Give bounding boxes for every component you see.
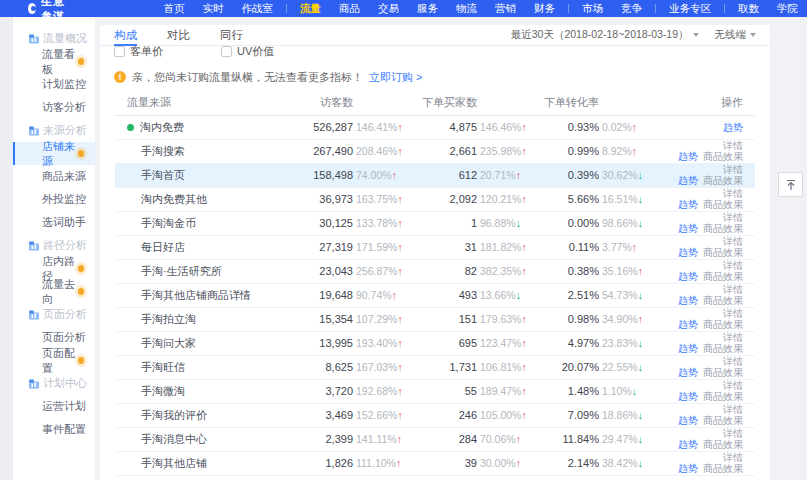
metric-change: 90.74%↑ — [353, 289, 415, 301]
nav-item-11[interactable]: 市场 — [573, 0, 612, 17]
action-趋势[interactable]: 趋势 — [678, 439, 698, 450]
nav-item-9[interactable]: 营销 — [486, 0, 525, 17]
row-actions: 详情趋势商品效果 — [661, 187, 755, 211]
nav-item-12[interactable]: 竞争 — [612, 0, 651, 17]
metric-value: 23,043 — [283, 265, 353, 277]
action-趋势[interactable]: 趋势 — [678, 151, 698, 162]
action-趋势[interactable]: 趋势 — [678, 271, 698, 282]
nav-item-2[interactable]: 实时 — [194, 0, 233, 17]
action-商品效果[interactable]: 商品效果 — [703, 463, 743, 474]
action-趋势[interactable]: 趋势 — [723, 122, 743, 133]
action-商品效果[interactable]: 商品效果 — [703, 343, 743, 354]
action-详情[interactable]: 详情 — [723, 404, 743, 415]
action-商品效果[interactable]: 商品效果 — [703, 223, 743, 234]
date-range-selector[interactable]: 最近30天（2018-02-18~2018-03-19） — [511, 28, 699, 42]
checkbox-box[interactable] — [221, 46, 232, 57]
action-趋势[interactable]: 趋势 — [678, 367, 698, 378]
action-详情[interactable]: 详情 — [723, 308, 743, 319]
sidebar-item-页面配置[interactable]: 页面配置 — [13, 349, 95, 372]
checkbox-box[interactable] — [114, 46, 125, 57]
trend-up-icon: ↑ — [632, 121, 637, 133]
metric-change: 29.47%↓ — [599, 433, 661, 445]
action-商品效果[interactable]: 商品效果 — [703, 247, 743, 258]
action-趋势[interactable]: 趋势 — [678, 247, 698, 258]
sidebar-item-计划监控[interactable]: 计划监控 — [13, 73, 95, 96]
action-趋势[interactable]: 趋势 — [678, 295, 698, 306]
trend-up-icon: ↑ — [397, 241, 402, 253]
action-商品效果[interactable]: 商品效果 — [703, 439, 743, 450]
source-name-label: 手淘微淘 — [141, 384, 185, 399]
action-商品效果[interactable]: 商品效果 — [703, 415, 743, 426]
nav-item-7[interactable]: 服务 — [408, 0, 447, 17]
checkbox-UV价值[interactable]: UV价值 — [221, 46, 274, 59]
action-详情[interactable]: 详情 — [723, 260, 743, 271]
action-详情[interactable]: 详情 — [723, 452, 743, 463]
sidebar-item-流量去向[interactable]: 流量去向 — [13, 280, 95, 303]
back-to-top-button[interactable] — [778, 172, 803, 197]
action-详情[interactable]: 详情 — [723, 140, 743, 151]
nav-item-3[interactable]: 作战室 — [233, 0, 283, 17]
sidebar-item-运营计划[interactable]: 运营计划 — [13, 395, 95, 418]
nav-item-5[interactable]: 商品 — [330, 0, 369, 17]
action-趋势[interactable]: 趋势 — [678, 463, 698, 474]
back-to-top-icon — [785, 179, 797, 191]
nav-item-8[interactable]: 物流 — [447, 0, 486, 17]
action-趋势[interactable]: 趋势 — [678, 223, 698, 234]
nav-item-6[interactable]: 交易 — [369, 0, 408, 17]
sidebar-item-流量看板[interactable]: 流量看板 — [13, 50, 95, 73]
action-详情[interactable]: 详情 — [723, 236, 743, 247]
sidebar-item-外投监控[interactable]: 外投监控 — [13, 188, 95, 211]
action-详情[interactable]: 详情 — [723, 380, 743, 391]
action-趋势[interactable]: 趋势 — [678, 319, 698, 330]
tab-同行[interactable]: 同行 — [220, 25, 243, 46]
action-商品效果[interactable]: 商品效果 — [703, 367, 743, 378]
action-详情[interactable]: 详情 — [723, 212, 743, 223]
action-详情[interactable]: 详情 — [723, 188, 743, 199]
action-详情[interactable]: 详情 — [723, 428, 743, 439]
metric-value: 1 — [415, 217, 477, 229]
action-详情[interactable]: 详情 — [723, 284, 743, 295]
action-商品效果[interactable]: 商品效果 — [703, 295, 743, 306]
metric-value: 151 — [415, 313, 477, 325]
action-商品效果[interactable]: 商品效果 — [703, 271, 743, 282]
tab-对比[interactable]: 对比 — [167, 25, 190, 46]
sidebar-item-选词助手[interactable]: 选词助手 — [13, 211, 95, 234]
action-详情[interactable]: 详情 — [723, 164, 743, 175]
nav-item-10[interactable]: 财务 — [525, 0, 564, 17]
sidebar-item-事件配置[interactable]: 事件配置 — [13, 418, 95, 441]
action-商品效果[interactable]: 商品效果 — [703, 319, 743, 330]
action-商品效果[interactable]: 商品效果 — [703, 391, 743, 402]
metric-change: 163.75%↑ — [353, 193, 415, 205]
metric-change: 133.78%↑ — [353, 217, 415, 229]
action-商品效果[interactable]: 商品效果 — [703, 151, 743, 162]
row-actions: 详情趋势商品效果 — [661, 427, 755, 451]
action-趋势[interactable]: 趋势 — [678, 415, 698, 426]
trend-up-icon: ↑ — [521, 145, 526, 157]
source-name-label: 手淘搜索 — [141, 144, 185, 159]
terminal-selector[interactable]: 无线端 — [715, 28, 757, 42]
nav-item-14[interactable]: 取数 — [729, 0, 768, 17]
action-商品效果[interactable]: 商品效果 — [703, 199, 743, 210]
action-趋势[interactable]: 趋势 — [678, 175, 698, 186]
action-趋势[interactable]: 趋势 — [678, 343, 698, 354]
source-name-label: 手淘问大家 — [141, 336, 196, 351]
sidebar-item-商品来源[interactable]: 商品来源 — [13, 165, 95, 188]
checkbox-客单价[interactable]: 客单价 — [114, 46, 163, 59]
action-详情[interactable]: 详情 — [723, 356, 743, 367]
tab-构成[interactable]: 构成 — [114, 25, 137, 46]
action-趋势[interactable]: 趋势 — [678, 391, 698, 402]
action-趋势[interactable]: 趋势 — [678, 199, 698, 210]
nav-item-1[interactable]: 首页 — [155, 0, 194, 17]
trend-up-icon: ↑ — [397, 385, 402, 397]
metric-change: 3.77%↑ — [599, 241, 661, 253]
subscribe-link[interactable]: 立即订购 > — [369, 70, 422, 85]
nav-item-4[interactable]: 流量 — [291, 0, 330, 17]
sidebar-item-店铺来源[interactable]: 店铺来源 — [13, 142, 95, 165]
nav-item-13[interactable]: 业务专区 — [660, 0, 720, 17]
action-详情[interactable]: 详情 — [723, 332, 743, 343]
trend-up-icon: ↑ — [521, 241, 526, 253]
action-商品效果[interactable]: 商品效果 — [703, 175, 743, 186]
nav-item-15[interactable]: 学院 — [768, 0, 807, 17]
sidebar-item-访客分析[interactable]: 访客分析 — [13, 96, 95, 119]
metric-change: 1.10%↓ — [599, 385, 661, 397]
